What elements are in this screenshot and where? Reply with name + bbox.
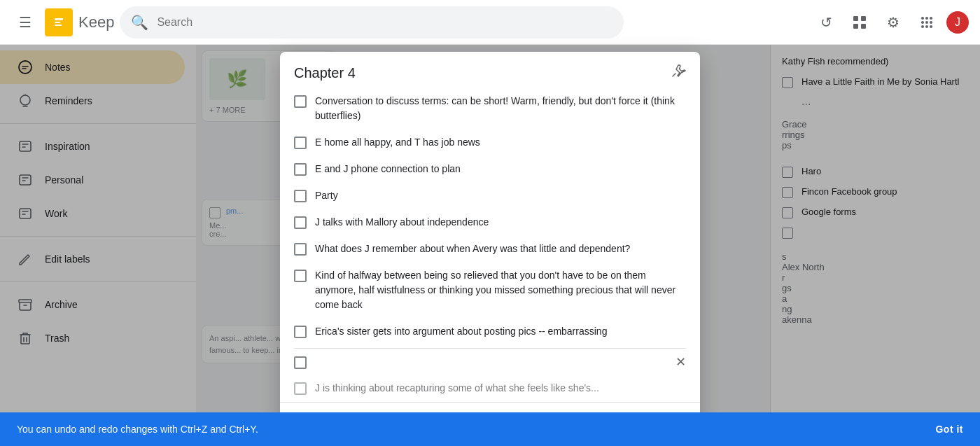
checklist-checkbox-0[interactable]: [294, 95, 307, 108]
svg-point-9: [925, 21, 928, 24]
checklist-checkbox-7[interactable]: [294, 326, 307, 338]
svg-point-5: [921, 17, 924, 20]
checklist-item-5: What does J remember about when Avery wa…: [294, 236, 686, 263]
checklist-item-7: Erica's sister gets into argument about …: [294, 319, 686, 345]
svg-point-12: [925, 25, 928, 28]
toast-action[interactable]: Got it: [935, 424, 963, 435]
checklist-checkbox-3[interactable]: [294, 190, 307, 202]
svg-point-13: [930, 25, 932, 28]
checklist-text-4: J talks with Mallory about independence: [315, 215, 686, 230]
checklist-text-5: What does J remember about when Avery wa…: [315, 242, 686, 256]
modal-body: Conversation to discuss terms: can be sh…: [280, 88, 700, 402]
checklist-checkbox-2[interactable]: [294, 163, 307, 176]
settings-icon[interactable]: ⚙: [879, 8, 907, 36]
checklist-text-partial: J is thinking about recapturing some of …: [315, 381, 686, 396]
layout-icon[interactable]: [846, 8, 874, 36]
svg-point-8: [921, 21, 924, 24]
menu-icon[interactable]: ☰: [11, 8, 39, 36]
svg-point-7: [930, 17, 932, 20]
topbar-left: ☰ Keep 🔍: [11, 6, 806, 39]
checklist-text-3: Party: [315, 188, 686, 203]
checklist-item-4: J talks with Mallory about independence: [294, 209, 686, 236]
app-title: Keep: [78, 13, 114, 32]
checklist-checkbox-4[interactable]: [294, 216, 307, 229]
app-logo: [45, 8, 73, 36]
topbar: ☰ Keep 🔍 ↺ ⚙ J: [0, 0, 980, 45]
svg-point-11: [921, 25, 924, 28]
checklist-checkbox-5[interactable]: [294, 243, 307, 256]
svg-rect-3: [853, 24, 858, 29]
checklist-item-2: E and J phone connection to plan: [294, 156, 686, 183]
modal-overlay: Chapter 4 Conversation to discuss terms:…: [0, 45, 980, 446]
svg-rect-4: [861, 24, 866, 29]
checklist-checkbox-6[interactable]: [294, 270, 307, 282]
checklist-item-1: E home all happy, and T has job news: [294, 130, 686, 156]
modal-pin-icon[interactable]: [671, 63, 686, 83]
search-input[interactable]: [157, 16, 612, 29]
checklist-input-checkbox[interactable]: [294, 356, 307, 369]
checklist-clear-icon[interactable]: ✕: [676, 354, 686, 370]
checklist-text-6: Kind of halfway between being so relieve…: [315, 268, 686, 312]
topbar-right: ↺ ⚙ J: [812, 8, 969, 36]
svg-rect-1: [853, 16, 858, 21]
checklist-input[interactable]: [315, 356, 667, 368]
checklist-input-row: ✕: [294, 348, 686, 375]
checklist-text-7: Erica's sister gets into argument about …: [315, 324, 686, 339]
checklist-item-3: Party: [294, 183, 686, 209]
refresh-icon[interactable]: ↺: [812, 8, 840, 36]
checklist-item-6: Kind of halfway between being so relieve…: [294, 263, 686, 319]
checklist-checkbox-partial[interactable]: [294, 382, 307, 395]
modal-header: Chapter 4: [280, 52, 700, 88]
toast-bar: You can undo and redo changes with Ctrl+…: [0, 412, 980, 446]
avatar[interactable]: J: [946, 11, 969, 34]
checklist-text-1: E home all happy, and T has job news: [315, 135, 686, 150]
checklist-item-partial: J is thinking about recapturing some of …: [294, 375, 686, 402]
checklist-item-0: Conversation to discuss terms: can be sh…: [294, 88, 686, 130]
svg-point-6: [925, 17, 928, 20]
modal-title: Chapter 4: [294, 65, 356, 81]
search-icon: 🔍: [131, 14, 148, 31]
toast-message: You can undo and redo changes with Ctrl+…: [17, 424, 258, 435]
checklist-text-0: Conversation to discuss terms: can be sh…: [315, 94, 686, 123]
svg-point-10: [930, 21, 932, 24]
search-bar[interactable]: 🔍: [120, 6, 624, 39]
svg-rect-2: [861, 16, 866, 21]
modal: Chapter 4 Conversation to discuss terms:…: [280, 52, 700, 439]
checklist-text-2: E and J phone connection to plan: [315, 162, 686, 176]
apps-icon[interactable]: [913, 8, 941, 36]
checklist-checkbox-1[interactable]: [294, 137, 307, 149]
